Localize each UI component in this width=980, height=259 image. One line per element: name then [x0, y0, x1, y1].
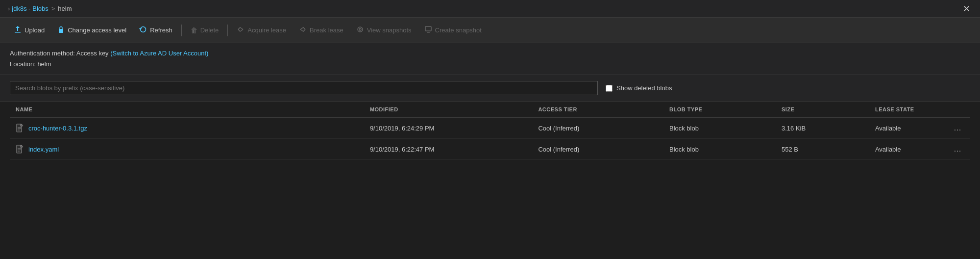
breadcrumb-bar: › jdk8s - Blobs > helm ✕ — [0, 0, 980, 18]
blobs-table: NAME MODIFIED ACCESS TIER BLOB TYPE SIZE… — [10, 102, 970, 160]
acquire-lease-button[interactable]: Acquire lease — [231, 23, 292, 38]
table-container: NAME MODIFIED ACCESS TIER BLOB TYPE SIZE… — [0, 102, 980, 160]
refresh-button[interactable]: Refresh — [133, 23, 178, 38]
cell-actions[interactable]: … — [945, 118, 970, 139]
more-options-button[interactable]: … — [951, 144, 964, 155]
cell-modified: 9/10/2019, 6:22:47 PM — [364, 139, 533, 160]
svg-point-2 — [358, 27, 363, 32]
break-lease-icon — [299, 26, 307, 35]
cell-lease-state: Available — [869, 139, 945, 160]
search-input[interactable] — [10, 81, 598, 95]
svg-rect-1 — [59, 29, 63, 33]
view-snapshots-icon — [356, 26, 364, 35]
upload-icon — [14, 26, 22, 35]
cell-blob-type: Block blob — [663, 118, 776, 139]
file-name[interactable]: index.yaml — [28, 146, 59, 153]
divider-1 — [181, 25, 182, 36]
col-header-size: SIZE — [776, 102, 869, 118]
col-header-name: NAME — [10, 102, 364, 118]
breadcrumb-separator: > — [51, 5, 55, 12]
table-row: index.yaml 9/10/2019, 6:22:47 PM Cool (I… — [10, 139, 970, 160]
breadcrumb-chevron-icon: › — [8, 5, 10, 12]
cell-size: 552 B — [776, 139, 869, 160]
cell-access-tier: Cool (Inferred) — [532, 139, 663, 160]
delete-label: Delete — [200, 26, 219, 34]
svg-rect-0 — [15, 32, 21, 33]
cell-lease-state: Available — [869, 118, 945, 139]
cell-name[interactable]: index.yaml — [10, 139, 364, 160]
break-lease-button[interactable]: Break lease — [293, 23, 349, 38]
svg-point-3 — [359, 28, 361, 30]
svg-rect-5 — [427, 32, 430, 33]
cell-access-tier: Cool (Inferred) — [532, 118, 663, 139]
change-access-button[interactable]: Change access level — [51, 23, 132, 38]
col-header-lease-state: LEASE STATE — [869, 102, 945, 118]
toolbar: Upload Change access level Refresh 🗑 Del… — [0, 18, 980, 43]
acquire-lease-label: Acquire lease — [247, 26, 286, 34]
cell-actions[interactable]: … — [945, 139, 970, 160]
table-row: croc-hunter-0.3.1.tgz 9/10/2019, 6:24:29… — [10, 118, 970, 139]
show-deleted-checkbox[interactable] — [606, 85, 612, 92]
refresh-icon — [139, 26, 147, 35]
file-name[interactable]: croc-hunter-0.3.1.tgz — [28, 125, 87, 132]
cell-modified: 9/10/2019, 6:24:29 PM — [364, 118, 533, 139]
location-info: Location: helm — [10, 59, 970, 70]
more-options-button[interactable]: … — [951, 123, 964, 133]
delete-button[interactable]: 🗑 Delete — [185, 24, 225, 37]
upload-button[interactable]: Upload — [8, 23, 50, 38]
auth-prefix: Authentication method: Access key — [10, 50, 109, 57]
refresh-label: Refresh — [150, 26, 172, 34]
show-deleted-label[interactable]: Show deleted blobs — [606, 84, 672, 92]
change-access-label: Change access level — [68, 26, 126, 34]
delete-icon: 🗑 — [191, 26, 197, 34]
table-header: NAME MODIFIED ACCESS TIER BLOB TYPE SIZE… — [10, 102, 970, 118]
lock-icon — [57, 26, 65, 35]
col-header-modified: MODIFIED — [364, 102, 533, 118]
acquire-lease-icon — [237, 26, 245, 35]
breadcrumb-parent-link[interactable]: jdk8s - Blobs — [12, 5, 48, 12]
divider-2 — [227, 25, 228, 36]
view-snapshots-button[interactable]: View snapshots — [350, 23, 417, 38]
table-body: croc-hunter-0.3.1.tgz 9/10/2019, 6:24:29… — [10, 118, 970, 160]
cell-blob-type: Block blob — [663, 139, 776, 160]
col-header-access-tier: ACCESS TIER — [532, 102, 663, 118]
close-button[interactable]: ✕ — [961, 4, 972, 13]
col-header-blob-type: BLOB TYPE — [663, 102, 776, 118]
location-prefix: Location: — [10, 60, 37, 68]
auth-link[interactable]: (Switch to Azure AD User Account) — [110, 50, 208, 57]
cell-name[interactable]: croc-hunter-0.3.1.tgz — [10, 118, 364, 139]
auth-info: Authentication method: Access key (Switc… — [10, 48, 970, 59]
cell-size: 3.16 KiB — [776, 118, 869, 139]
create-snapshot-label: Create snapshot — [435, 26, 482, 34]
show-deleted-text: Show deleted blobs — [616, 84, 672, 92]
location-value: helm — [37, 60, 51, 68]
file-icon — [16, 124, 24, 132]
view-snapshots-label: View snapshots — [367, 26, 412, 34]
break-lease-label: Break lease — [310, 26, 343, 34]
svg-rect-4 — [425, 26, 431, 31]
col-header-actions — [945, 102, 970, 118]
create-snapshot-button[interactable]: Create snapshot — [418, 23, 488, 38]
create-snapshot-icon — [424, 26, 432, 35]
search-bar: Show deleted blobs — [0, 75, 980, 102]
upload-label: Upload — [24, 26, 45, 34]
info-bar: Authentication method: Access key (Switc… — [0, 43, 980, 75]
breadcrumb-current: helm — [58, 5, 72, 12]
file-icon — [16, 145, 24, 154]
